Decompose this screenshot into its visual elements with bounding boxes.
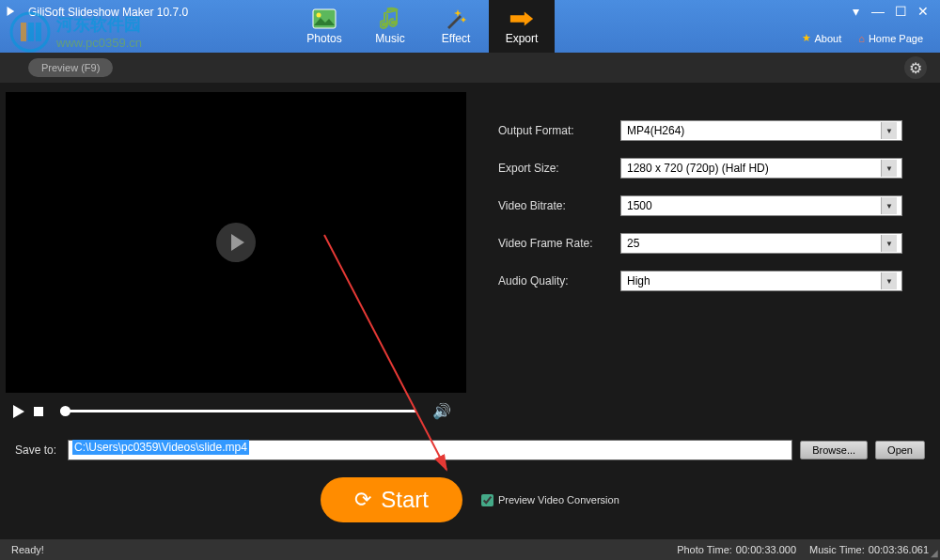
resize-grip-icon[interactable]: ◢ (931, 548, 938, 558)
gear-icon: ⚙ (909, 59, 922, 77)
home-icon: ⌂ (858, 33, 865, 44)
maximize-icon[interactable]: ☐ (893, 4, 908, 19)
tab-export[interactable]: Export (489, 0, 555, 53)
output-format-label: Output Format: (498, 124, 620, 137)
video-bitrate-label: Video Bitrate: (498, 199, 620, 212)
nav-tabs: Photos Music Effect Export (291, 0, 555, 53)
frame-rate-label: Video Frame Rate: (498, 237, 620, 250)
homepage-link[interactable]: ⌂ Home Page (858, 32, 923, 44)
export-size-select[interactable]: 1280 x 720 (720p) (Half HD) (620, 158, 902, 179)
frame-rate-select[interactable]: 25 (620, 233, 902, 254)
svg-point-3 (382, 23, 388, 27)
effect-icon (443, 8, 469, 30)
tab-effect[interactable]: Effect (423, 0, 489, 53)
open-button[interactable]: Open (875, 441, 925, 459)
audio-quality-label: Audio Quality: (498, 274, 620, 288)
music-time: 00:03:36.061 (869, 544, 929, 555)
progress-thumb[interactable] (60, 406, 70, 416)
photo-time-label: Photo Time: (677, 544, 732, 555)
export-size-label: Export Size: (498, 162, 620, 175)
star-icon: ★ (802, 32, 811, 44)
preview-conversion-checkbox[interactable]: Preview Video Conversion (481, 494, 619, 506)
preview-check-input[interactable] (481, 494, 494, 506)
close-icon[interactable]: ✕ (916, 4, 931, 19)
titlebar: GiliSoft Slideshow Maker 10.7.0 Photos M… (0, 0, 940, 53)
save-to-label: Save to: (15, 443, 60, 457)
minimize-icon[interactable]: — (870, 4, 885, 19)
save-path-input[interactable]: C:\Users\pc0359\Videos\slide.mp4 (68, 440, 792, 460)
app-logo-icon (4, 5, 17, 18)
start-button[interactable]: ⟳ Start (321, 477, 462, 522)
audio-quality-select[interactable]: High (620, 271, 902, 291)
window-controls: ▾ — ☐ ✕ (848, 4, 931, 19)
about-link[interactable]: ★ About (802, 32, 842, 44)
volume-icon[interactable]: 🔊 (432, 402, 451, 420)
minimize-tray-icon[interactable]: ▾ (848, 4, 863, 19)
playback-controls: 🔊 (6, 393, 459, 429)
tab-effect-label: Effect (442, 32, 470, 45)
music-icon (377, 8, 403, 30)
start-row: ⟳ Start Preview Video Conversion (0, 470, 940, 530)
play-button[interactable] (13, 405, 24, 418)
toolbar: Preview (F9) ⚙ (0, 53, 940, 83)
export-settings: Output Format: MP4(H264) Export Size: 12… (470, 83, 940, 430)
svg-point-4 (391, 21, 398, 25)
svg-point-2 (317, 13, 321, 18)
browse-button[interactable]: Browse... (800, 441, 868, 459)
export-icon (509, 8, 535, 30)
status-ready: Ready! (11, 544, 44, 555)
play-center-button[interactable] (216, 223, 256, 262)
video-preview (6, 92, 466, 393)
output-format-select[interactable]: MP4(H264) (620, 120, 902, 141)
tab-photos-label: Photos (306, 32, 341, 45)
progress-slider[interactable] (60, 410, 415, 412)
tab-export-label: Export (506, 32, 539, 45)
tab-music[interactable]: Music (357, 0, 423, 53)
photos-icon (311, 8, 337, 30)
stop-button[interactable] (34, 407, 43, 416)
preview-panel: 🔊 (0, 83, 470, 430)
header-links: ★ About ⌂ Home Page (802, 32, 924, 44)
music-time-label: Music Time: (809, 544, 865, 555)
tab-music-label: Music (375, 32, 404, 45)
save-row: Save to: C:\Users\pc0359\Videos\slide.mp… (0, 430, 940, 470)
settings-button[interactable]: ⚙ (904, 56, 927, 79)
preview-button[interactable]: Preview (F9) (28, 58, 113, 77)
app-title: GiliSoft Slideshow Maker 10.7.0 (19, 0, 188, 19)
svg-marker-0 (8, 7, 15, 16)
statusbar: Ready! Photo Time:00:00:33.000 Music Tim… (0, 539, 940, 560)
main-content: 🔊 Output Format: MP4(H264) Export Size: … (0, 83, 940, 430)
refresh-icon: ⟳ (354, 488, 371, 512)
photo-time: 00:00:33.000 (736, 544, 796, 555)
video-bitrate-select[interactable]: 1500 (620, 195, 902, 216)
tab-photos[interactable]: Photos (291, 0, 357, 53)
